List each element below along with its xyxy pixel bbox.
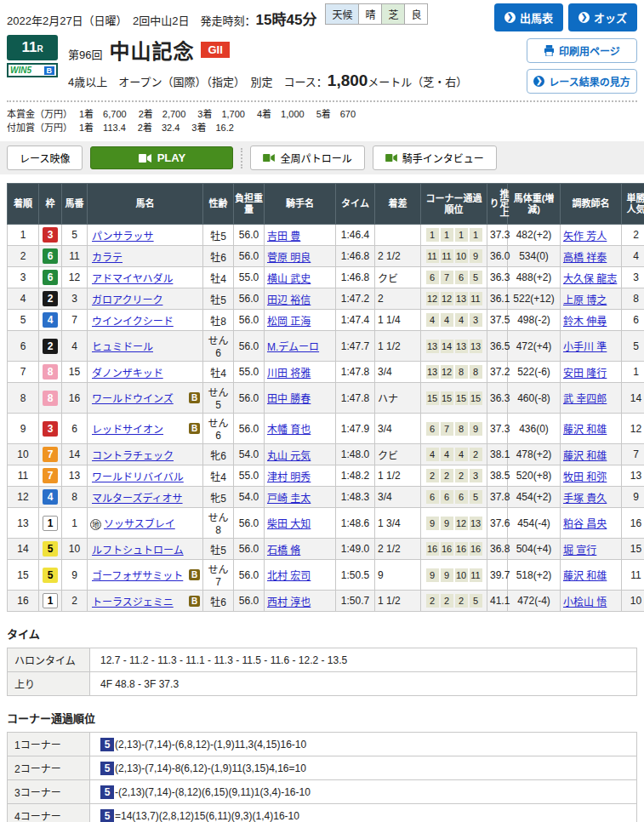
trainer-link[interactable]: 手塚 貴久 [563, 493, 607, 505]
corner-pos-box: 4 [455, 313, 468, 327]
jockey-link[interactable]: 横山 武史 [267, 273, 311, 285]
trainer-link[interactable]: 武 幸四郎 [563, 393, 607, 405]
win-popularity: 4 [622, 246, 644, 267]
trainer-link[interactable]: 上原 博之 [563, 294, 607, 306]
prize-pair: 3着 16.2 [191, 123, 234, 133]
jockey-cell: 北村 宏司 [265, 560, 336, 591]
body-weight: 478(+2) [508, 444, 561, 465]
jockey-link[interactable]: 津村 明秀 [267, 471, 311, 483]
trainer-link[interactable]: 粕谷 昌央 [563, 518, 607, 530]
trainer-link[interactable]: 高橋 祥泰 [563, 252, 607, 264]
last-3f: 37.3 [487, 225, 508, 246]
horse-link[interactable]: マルターズディオサ [92, 493, 183, 505]
frame-cell: 7 [39, 444, 62, 465]
col-jockey: 騎手名 [265, 184, 336, 225]
margin: 9 [375, 560, 421, 591]
horse-link[interactable]: アドマイヤハダル [92, 273, 173, 285]
jockey-link[interactable]: 菅原 明良 [267, 252, 311, 264]
arrow-circle-icon: ❯ [578, 12, 590, 23]
print-button[interactable]: 印刷用ページ [527, 38, 637, 63]
odds-button[interactable]: ❯オッズ [568, 3, 637, 31]
horse-link[interactable]: ガロアクリーク [92, 294, 162, 306]
jockey-link[interactable]: 吉田 豊 [267, 231, 300, 243]
trainer-link[interactable]: 藤沢 和雄 [563, 424, 607, 436]
win-popularity: 9 [622, 487, 644, 508]
last-3f: 37.3 [487, 414, 508, 444]
jockey-link[interactable]: 柴田 大知 [267, 518, 311, 530]
horse-link[interactable]: ヒュミドール [92, 341, 153, 353]
weight-carried: 56.0 [234, 288, 265, 310]
horse-link[interactable]: トーラスジェミニ [92, 597, 174, 608]
prize-row-extra: 付加賞（万円）1着 113.42着 32.43着 16.2 [7, 121, 637, 134]
jockey-link[interactable]: 戸崎 圭太 [267, 493, 311, 505]
jockey-link[interactable]: 西村 淳也 [267, 597, 311, 608]
corner-pos-box: 12 [426, 292, 439, 305]
table-row: 1559ゴーフォザサミットBせん756.0北村 宏司1:50.599910113… [8, 560, 644, 591]
horse-link[interactable]: ウインイクシード [92, 316, 174, 328]
body-weight: 534(0) [508, 246, 561, 267]
race-date: 2022年2月27日（日曜） 2回中山2日 発走時刻： [7, 14, 256, 27]
jockey-link[interactable]: 石橋 脩 [267, 545, 300, 557]
video-strip: レース映像 PLAY 全周パトロール 騎手インタビュー [0, 141, 644, 174]
horse-link[interactable]: ルフトシュトローム [92, 545, 184, 557]
jockey-cell: 田中 勝春 [265, 383, 336, 414]
corner-pos-box: 2 [441, 594, 453, 608]
corner-pos-box: 9 [426, 517, 439, 530]
finish-time: 1:46.4 [336, 225, 375, 246]
trainer-link[interactable]: 大久保 龍志 [563, 273, 617, 285]
video-camera-icon [139, 153, 151, 163]
corner-order: 13141313 [421, 331, 487, 362]
jockey-link[interactable]: 松岡 正海 [267, 316, 311, 328]
jockey-link[interactable]: 田辺 裕信 [267, 294, 311, 306]
jockey-link[interactable]: M.デムーロ [267, 341, 319, 353]
corner-order-value: 5=14(13,7)(2,8,12)15(6,11)(9,3)(1,4)16-1… [90, 804, 637, 822]
horse-link[interactable]: ソッサスブレイ [104, 518, 175, 530]
horse-link[interactable]: パンサラッサ [92, 231, 154, 243]
trainer-link[interactable]: 藤沢 和雄 [563, 570, 607, 582]
trainer-link[interactable]: 矢作 芳人 [563, 231, 607, 243]
horse-number: 5 [62, 225, 88, 246]
trainer-link[interactable]: 鈴木 伸尋 [563, 316, 607, 328]
patrol-video-button[interactable]: 全周パトロール [250, 146, 364, 170]
jockey-link[interactable]: 丸山 元気 [267, 450, 311, 462]
horse-link[interactable]: ゴーフォザサミット [92, 570, 183, 582]
divider [241, 148, 242, 168]
trainer-link[interactable]: 小桧山 悟 [563, 597, 607, 608]
horse-link[interactable]: カラテ [92, 252, 123, 264]
play-button[interactable]: PLAY [90, 146, 233, 169]
corner-pos-box: 2 [441, 469, 453, 482]
weight-carried: 56.0 [234, 591, 265, 612]
last-3f: 36.3 [487, 383, 508, 414]
finish-pos: 11 [8, 465, 39, 487]
jockey-interview-button[interactable]: 騎手インタビュー [373, 146, 497, 170]
shutsuba-button[interactable]: ❯出馬表 [494, 3, 563, 31]
corner-pos-box: 6 [455, 271, 468, 284]
result-guide-button[interactable]: ❯レース結果の見方 [527, 69, 637, 94]
turf-condition: 良 [405, 4, 427, 24]
jockey-link[interactable]: 北村 宏司 [267, 570, 311, 582]
trainer-link[interactable]: 小手川 準 [563, 341, 607, 353]
jockey-link[interactable]: 田中 勝春 [267, 393, 311, 405]
race-video-button[interactable]: レース映像 [7, 146, 83, 170]
trainer-link[interactable]: 牧田 和弥 [563, 471, 607, 483]
weather-value: 晴 [359, 4, 382, 24]
corner-pos-box: 13 [426, 340, 439, 353]
corner-pos-box: 8 [455, 422, 468, 436]
trainer-link[interactable]: 藤沢 和雄 [563, 450, 607, 462]
corner-pos-box: 1 [455, 228, 468, 242]
finish-time: 1:46.8 [336, 246, 375, 267]
horse-link[interactable]: ダノンザキッド [92, 368, 163, 380]
frame-badge: 5 [43, 541, 58, 557]
corner-pos-box: 11 [441, 249, 453, 263]
jockey-link[interactable]: 川田 将雅 [267, 368, 311, 380]
jockey-link[interactable]: 木幡 育也 [267, 424, 311, 436]
horse-link[interactable]: コントラチェック [92, 450, 174, 462]
horse-link[interactable]: ワールドウインズ [92, 393, 174, 405]
trainer-link[interactable]: 堀 宣行 [563, 545, 596, 557]
horse-number: 3 [62, 288, 88, 310]
horse-link[interactable]: レッドサイオン [92, 424, 163, 436]
horse-link[interactable]: ワールドリバイバル [92, 471, 184, 483]
corner-order-row: 4コーナー5=14(13,7)(2,8,12)15(6,11)(9,3)(1,4… [8, 804, 637, 822]
sex-age: せん6 [203, 331, 234, 362]
trainer-link[interactable]: 安田 隆行 [563, 368, 607, 380]
